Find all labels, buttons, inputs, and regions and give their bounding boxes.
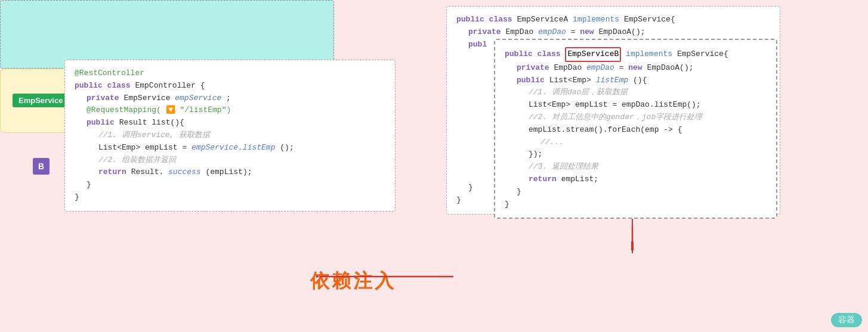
return-line: return Result. success (empList); (75, 166, 385, 179)
service-b-comment2: //2. 对员工信息中的gender，job字段进行处理 (505, 111, 767, 124)
container-panel: B 容器 (0, 0, 334, 69)
vertical-arrow (631, 226, 634, 250)
service-b-line4: List<Emp> empList = empDao.listEmp(); (505, 99, 767, 111)
service-b-line8: } (505, 186, 767, 198)
service-b-line7: return empList; (505, 173, 767, 186)
b-badge-right: B (33, 158, 50, 175)
emp-controller-panel: @RestController public class EmpControll… (64, 60, 396, 212)
service-b-line3: public List<Emp> listEmp (){ (505, 75, 767, 87)
mapping-annotation: @RequestMapping( 🔽 "/listEmp") (75, 104, 385, 117)
field-line: private EmpService empService ; (75, 92, 385, 105)
annotation-text: @RestController (75, 69, 144, 77)
service-b-comment4: //3. 返回处理结果 (505, 161, 767, 173)
class-declaration: public class EmpController { (75, 80, 385, 92)
dependency-injection-label: 依赖注入 (310, 268, 396, 294)
service-b-comment3: //... (505, 136, 767, 149)
service-b-comment1: //1. 调用dao层，获取数据 (505, 86, 767, 99)
emp-service-b-highlight: EmpServiceB (565, 47, 621, 62)
service-b-line2: private EmpDao empDao = new EmpDaoA(); (505, 62, 767, 75)
close-class: } (75, 191, 385, 204)
close-method: } (75, 179, 385, 191)
b-badge-container: B (33, 158, 50, 175)
service-b-line9: } (505, 198, 767, 211)
emp-service-b-panel: public class EmpServiceB implements EmpS… (494, 39, 777, 219)
service-a-line2: private EmpDao empDao = new EmpDaoA(); (456, 26, 770, 39)
comment-1: //1. 调用service, 获取数据 (75, 129, 385, 142)
container-label: 容器 (831, 313, 862, 327)
method-declaration: public Result list(){ (75, 117, 385, 129)
service-b-line5: empList.stream().forEach(emp -> { (505, 124, 767, 136)
list-line: List<Emp> empList = empService.listEmp (… (75, 142, 385, 154)
comment-2: //2. 组装数据并返回 (75, 154, 385, 167)
annotation-line: @RestController (75, 67, 385, 80)
service-b-line1: public class EmpServiceB implements EmpS… (505, 47, 767, 62)
emp-service-badge: EmpService (13, 94, 69, 107)
service-a-line1: public class EmpServiceA implements EmpS… (456, 14, 770, 26)
service-b-line6: }); (505, 148, 767, 161)
